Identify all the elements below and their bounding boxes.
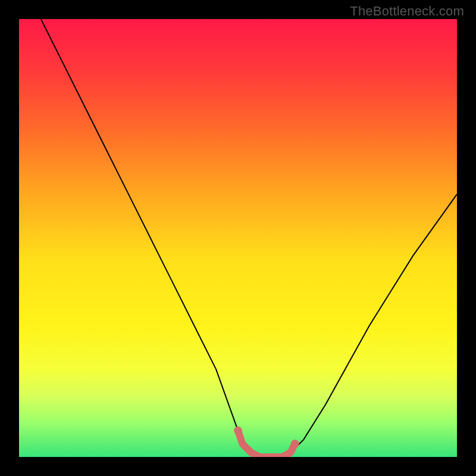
bottleneck-curve — [41, 19, 457, 457]
watermark-text: TheBottleneck.com — [350, 4, 464, 19]
optimal-range-marker — [238, 431, 295, 457]
plot-area — [19, 19, 457, 457]
marker-start-dot — [234, 427, 242, 435]
marker-end-dot — [291, 440, 299, 448]
chart-svg — [19, 19, 457, 457]
chart-container: TheBottleneck.com — [0, 0, 476, 476]
